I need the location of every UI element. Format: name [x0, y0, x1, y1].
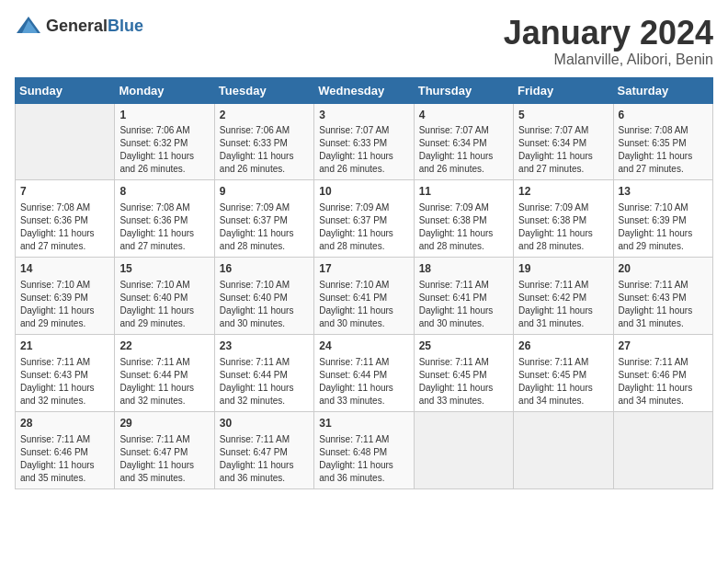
day-number: 6: [619, 108, 708, 123]
day-info: Sunrise: 7:11 AMSunset: 6:46 PMDaylight:…: [619, 356, 708, 408]
day-info: Sunrise: 7:11 AMSunset: 6:43 PMDaylight:…: [619, 279, 708, 330]
logo-text-blue: Blue: [108, 17, 143, 35]
calendar-day-cell: 20Sunrise: 7:11 AMSunset: 6:43 PMDayligh…: [613, 258, 712, 335]
weekday-header-cell: Wednesday: [314, 77, 414, 103]
day-info: Sunrise: 7:09 AMSunset: 6:38 PMDaylight:…: [419, 201, 508, 253]
weekday-header-cell: Tuesday: [214, 77, 313, 103]
day-number: 24: [319, 339, 408, 354]
calendar-day-cell: 16Sunrise: 7:10 AMSunset: 6:40 PMDayligh…: [214, 258, 313, 335]
day-number: 27: [619, 339, 708, 354]
calendar-day-cell: 23Sunrise: 7:11 AMSunset: 6:44 PMDayligh…: [214, 334, 313, 411]
calendar-day-cell: 9Sunrise: 7:09 AMSunset: 6:37 PMDaylight…: [214, 180, 313, 258]
day-number: 8: [119, 184, 209, 200]
day-number: 4: [419, 108, 508, 123]
calendar-day-cell: 11Sunrise: 7:09 AMSunset: 6:38 PMDayligh…: [414, 180, 513, 258]
day-number: 7: [20, 184, 109, 200]
day-number: 12: [518, 184, 608, 200]
calendar-day-cell: 28Sunrise: 7:11 AMSunset: 6:46 PMDayligh…: [16, 411, 115, 488]
day-info: Sunrise: 7:10 AMSunset: 6:39 PMDaylight:…: [20, 279, 109, 330]
page-header: GeneralBlue January 2024 Malanville, Ali…: [15, 15, 713, 68]
day-number: 17: [319, 261, 408, 277]
day-info: Sunrise: 7:08 AMSunset: 6:36 PMDaylight:…: [20, 201, 109, 253]
calendar-day-cell: 7Sunrise: 7:08 AMSunset: 6:36 PMDaylight…: [16, 180, 115, 258]
weekday-header-row: SundayMondayTuesdayWednesdayThursdayFrid…: [16, 77, 713, 103]
day-info: Sunrise: 7:06 AMSunset: 6:33 PMDaylight:…: [220, 124, 309, 176]
calendar-day-cell: [613, 411, 712, 488]
calendar-day-cell: 22Sunrise: 7:11 AMSunset: 6:44 PMDayligh…: [115, 334, 214, 411]
calendar-day-cell: 12Sunrise: 7:09 AMSunset: 6:38 PMDayligh…: [514, 180, 613, 258]
day-info: Sunrise: 7:06 AMSunset: 6:32 PMDaylight:…: [119, 124, 209, 176]
calendar-day-cell: 25Sunrise: 7:11 AMSunset: 6:45 PMDayligh…: [414, 334, 513, 411]
day-number: 26: [518, 339, 608, 354]
calendar-day-cell: 21Sunrise: 7:11 AMSunset: 6:43 PMDayligh…: [16, 334, 115, 411]
day-number: 14: [20, 261, 109, 277]
weekday-header-cell: Friday: [514, 77, 613, 103]
day-number: 16: [220, 261, 309, 277]
day-info: Sunrise: 7:11 AMSunset: 6:44 PMDaylight:…: [220, 356, 309, 408]
calendar-day-cell: 13Sunrise: 7:10 AMSunset: 6:39 PMDayligh…: [613, 180, 712, 258]
calendar-day-cell: 31Sunrise: 7:11 AMSunset: 6:48 PMDayligh…: [314, 411, 414, 488]
calendar-day-cell: [414, 411, 513, 488]
day-info: Sunrise: 7:11 AMSunset: 6:42 PMDaylight:…: [518, 279, 608, 330]
day-info: Sunrise: 7:09 AMSunset: 6:37 PMDaylight:…: [220, 201, 309, 253]
day-number: 31: [319, 416, 408, 431]
weekday-header-cell: Monday: [115, 77, 214, 103]
day-number: 25: [419, 339, 508, 354]
logo-text-general: General: [46, 17, 108, 35]
day-info: Sunrise: 7:11 AMSunset: 6:41 PMDaylight:…: [419, 279, 508, 330]
day-info: Sunrise: 7:07 AMSunset: 6:34 PMDaylight:…: [419, 124, 508, 176]
day-info: Sunrise: 7:11 AMSunset: 6:45 PMDaylight:…: [419, 356, 508, 408]
day-number: 23: [220, 339, 309, 354]
calendar-day-cell: 5Sunrise: 7:07 AMSunset: 6:34 PMDaylight…: [514, 103, 613, 180]
calendar-day-cell: 10Sunrise: 7:09 AMSunset: 6:37 PMDayligh…: [314, 180, 414, 258]
calendar-day-cell: 17Sunrise: 7:10 AMSunset: 6:41 PMDayligh…: [314, 258, 414, 335]
day-info: Sunrise: 7:07 AMSunset: 6:34 PMDaylight:…: [518, 124, 608, 176]
day-number: 29: [119, 416, 209, 431]
calendar-day-cell: 4Sunrise: 7:07 AMSunset: 6:34 PMDaylight…: [414, 103, 513, 180]
calendar-day-cell: 18Sunrise: 7:11 AMSunset: 6:41 PMDayligh…: [414, 258, 513, 335]
calendar-day-cell: 15Sunrise: 7:10 AMSunset: 6:40 PMDayligh…: [115, 258, 214, 335]
calendar-subtitle: Malanville, Alibori, Benin: [504, 52, 713, 68]
logo-icon: [15, 15, 42, 37]
weekday-header-cell: Thursday: [414, 77, 513, 103]
calendar-day-cell: 30Sunrise: 7:11 AMSunset: 6:47 PMDayligh…: [214, 411, 313, 488]
calendar-week-row: 1Sunrise: 7:06 AMSunset: 6:32 PMDaylight…: [16, 103, 713, 180]
day-number: 1: [119, 108, 209, 123]
day-number: 22: [119, 339, 209, 354]
calendar-day-cell: 3Sunrise: 7:07 AMSunset: 6:33 PMDaylight…: [314, 103, 414, 180]
day-info: Sunrise: 7:11 AMSunset: 6:45 PMDaylight:…: [518, 356, 608, 408]
day-number: 11: [419, 184, 508, 200]
calendar-day-cell: [514, 411, 613, 488]
day-number: 18: [419, 261, 508, 277]
calendar-title: January 2024: [504, 15, 713, 52]
weekday-header-cell: Sunday: [16, 77, 115, 103]
calendar-day-cell: 19Sunrise: 7:11 AMSunset: 6:42 PMDayligh…: [514, 258, 613, 335]
day-number: 10: [319, 184, 408, 200]
calendar-week-row: 7Sunrise: 7:08 AMSunset: 6:36 PMDaylight…: [16, 180, 713, 258]
day-info: Sunrise: 7:10 AMSunset: 6:39 PMDaylight:…: [619, 201, 708, 253]
day-info: Sunrise: 7:09 AMSunset: 6:37 PMDaylight:…: [319, 201, 408, 253]
title-area: January 2024 Malanville, Alibori, Benin: [504, 15, 713, 68]
calendar-week-row: 21Sunrise: 7:11 AMSunset: 6:43 PMDayligh…: [16, 334, 713, 411]
calendar-day-cell: 1Sunrise: 7:06 AMSunset: 6:32 PMDaylight…: [115, 103, 214, 180]
day-number: 9: [220, 184, 309, 200]
day-number: 20: [619, 261, 708, 277]
calendar-body: 1Sunrise: 7:06 AMSunset: 6:32 PMDaylight…: [16, 103, 713, 488]
logo: GeneralBlue: [15, 15, 143, 37]
calendar-day-cell: 27Sunrise: 7:11 AMSunset: 6:46 PMDayligh…: [613, 334, 712, 411]
day-info: Sunrise: 7:11 AMSunset: 6:43 PMDaylight:…: [20, 356, 109, 408]
day-number: 3: [319, 108, 408, 123]
calendar-day-cell: 26Sunrise: 7:11 AMSunset: 6:45 PMDayligh…: [514, 334, 613, 411]
day-info: Sunrise: 7:10 AMSunset: 6:40 PMDaylight:…: [220, 279, 309, 330]
day-number: 13: [619, 184, 708, 200]
weekday-header-cell: Saturday: [613, 77, 712, 103]
day-number: 30: [220, 416, 309, 431]
day-number: 28: [20, 416, 109, 431]
calendar-table: SundayMondayTuesdayWednesdayThursdayFrid…: [15, 77, 713, 489]
calendar-day-cell: 14Sunrise: 7:10 AMSunset: 6:39 PMDayligh…: [16, 258, 115, 335]
day-info: Sunrise: 7:11 AMSunset: 6:46 PMDaylight:…: [20, 433, 109, 485]
calendar-day-cell: 6Sunrise: 7:08 AMSunset: 6:35 PMDaylight…: [613, 103, 712, 180]
day-number: 21: [20, 339, 109, 354]
day-info: Sunrise: 7:11 AMSunset: 6:47 PMDaylight:…: [119, 433, 209, 485]
calendar-day-cell: [16, 103, 115, 180]
